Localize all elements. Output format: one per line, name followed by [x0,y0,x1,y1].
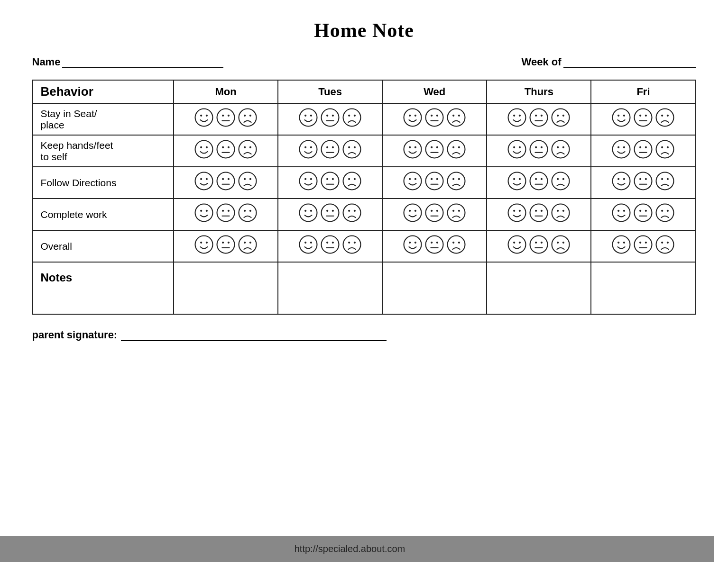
svg-point-121 [409,178,411,180]
emoji-cell-hands-mon[interactable] [174,135,278,167]
sad-face-icon [655,139,675,159]
sad-face-icon [342,139,362,159]
weekof-input-line[interactable] [563,55,696,68]
svg-point-179 [458,210,460,212]
emoji-cell-dir-wed[interactable] [382,167,487,199]
neutral-face-icon [320,139,340,159]
notes-tues[interactable] [278,262,382,314]
svg-point-185 [541,210,543,212]
emoji-cell-overall-wed[interactable] [382,230,487,262]
notes-thurs[interactable] [487,262,591,314]
sad-face-icon [551,235,571,254]
emoji-cell-hands-fri[interactable] [591,135,695,167]
emoji-cell-overall-thurs[interactable] [487,230,591,262]
emoji-cell-stay-mon[interactable] [174,103,278,135]
notes-mon[interactable] [174,262,278,314]
svg-point-93 [635,141,652,158]
svg-point-80 [508,141,526,158]
emoji-cell-hands-tues[interactable] [278,135,382,167]
svg-point-19 [354,115,356,117]
emoji-cell-overall-mon[interactable] [174,230,278,262]
emoji-cell-work-wed[interactable] [382,199,487,230]
svg-point-61 [304,146,306,148]
emoji-cell-stay-thurs[interactable] [487,103,591,135]
svg-point-165 [332,210,334,212]
emoji-cell-hands-thurs[interactable] [487,135,591,167]
svg-point-207 [239,236,257,254]
svg-point-92 [623,146,625,148]
svg-point-68 [348,146,350,148]
svg-point-103 [217,172,235,190]
emoji-cell-dir-mon[interactable] [174,167,278,199]
svg-point-224 [431,242,433,244]
svg-point-222 [415,242,416,244]
svg-point-242 [623,242,625,244]
svg-point-21 [409,115,411,117]
svg-point-140 [613,172,630,190]
neutral-face-icon [424,108,444,127]
svg-point-95 [645,146,647,148]
svg-point-32 [519,115,521,117]
emoji-cell-work-fri[interactable] [591,199,695,230]
svg-point-62 [310,146,312,148]
emoji-cell-work-mon[interactable] [174,199,278,230]
svg-point-77 [448,141,465,158]
svg-point-237 [552,236,570,254]
behavior-table: Behavior Mon Tues Wed Thurs Fri Stay in … [32,80,696,315]
emoji-cell-overall-tues[interactable] [278,230,382,262]
svg-point-15 [332,115,334,117]
svg-point-135 [541,178,543,180]
emoji-cell-dir-thurs[interactable] [487,167,591,199]
happy-face-icon [403,139,423,159]
svg-point-102 [206,178,208,180]
svg-point-130 [508,172,526,190]
emoji-cell-dir-fri[interactable] [591,167,695,199]
name-label: Name [32,56,61,68]
svg-point-71 [409,146,411,148]
emoji-cell-stay-tues[interactable] [278,103,382,135]
svg-point-38 [557,115,559,117]
sad-face-icon [342,108,362,127]
svg-point-203 [217,236,235,254]
svg-point-162 [310,210,312,212]
happy-face-icon [403,235,423,254]
emoji-cell-hands-wed[interactable] [382,135,487,167]
neutral-face-icon [216,171,236,191]
emoji-cell-stay-wed[interactable] [382,103,487,135]
svg-point-220 [404,236,422,254]
svg-point-51 [200,146,202,148]
svg-point-114 [326,178,328,180]
svg-point-134 [535,178,537,180]
svg-point-65 [332,146,334,148]
svg-point-157 [239,204,257,222]
emoji-cell-overall-fri[interactable] [591,230,695,262]
svg-point-52 [206,146,208,148]
emoji-group [611,139,675,159]
emoji-cell-work-tues[interactable] [278,199,382,230]
neutral-face-icon [633,235,653,254]
svg-point-48 [661,115,663,117]
svg-point-154 [222,210,224,212]
sad-face-icon [446,203,466,223]
svg-point-235 [541,242,543,244]
notes-wed[interactable] [382,262,487,314]
svg-point-217 [343,236,361,254]
svg-point-124 [431,178,433,180]
col-header-fri: Fri [591,80,695,103]
emoji-cell-dir-tues[interactable] [278,167,382,199]
svg-point-115 [332,178,334,180]
happy-face-icon [507,108,527,127]
emoji-cell-work-thurs[interactable] [487,199,591,230]
svg-point-132 [519,178,521,180]
signature-line[interactable] [121,329,387,341]
emoji-cell-stay-fri[interactable] [591,103,695,135]
svg-point-229 [458,242,460,244]
notes-fri[interactable] [591,262,695,314]
svg-point-37 [552,109,570,127]
svg-point-120 [404,172,422,190]
svg-point-239 [562,242,564,244]
svg-point-122 [415,178,416,180]
name-input-line[interactable] [62,55,223,68]
svg-point-47 [656,109,674,127]
svg-point-144 [639,178,641,180]
